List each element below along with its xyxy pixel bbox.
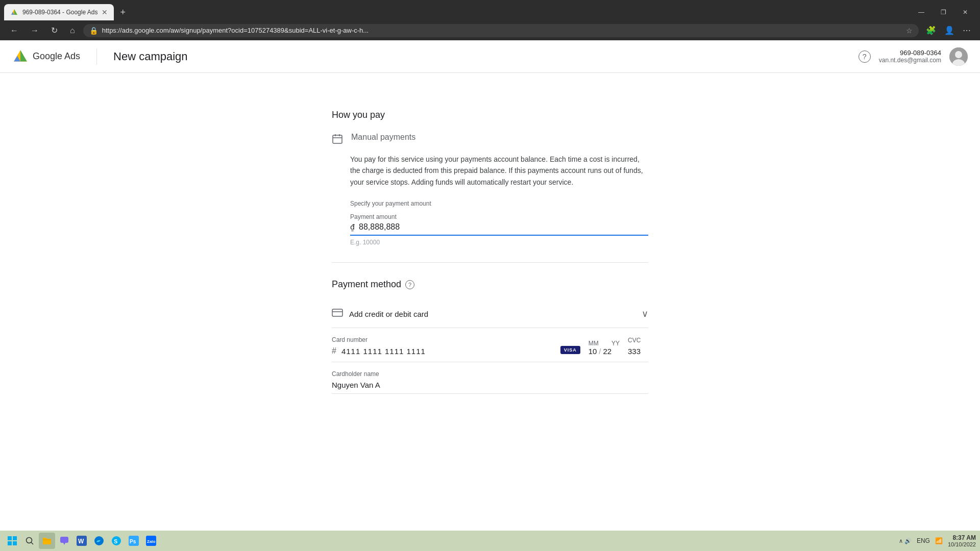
tab-title: 969-089-0364 - Google Ads	[22, 9, 97, 16]
chevron-down-icon: ∨	[642, 308, 648, 319]
home-button[interactable]: ⌂	[66, 24, 79, 37]
svg-marker-4	[20, 50, 27, 61]
svg-rect-9	[333, 135, 342, 143]
taskbar-date: 10/10/2022	[948, 541, 976, 547]
payment-method-title: Payment method	[332, 279, 401, 290]
app-header: Google Ads New campaign ? 969-089-0364 v…	[0, 40, 980, 73]
close-button[interactable]: ✕	[954, 6, 976, 19]
amount-input-row[interactable]: ₫ 88,888,888	[350, 222, 648, 236]
help-icon: ?	[859, 51, 871, 63]
taskbar-word[interactable]: W	[74, 533, 90, 549]
cvc-value: 333	[628, 347, 648, 356]
svg-text:S: S	[114, 538, 117, 544]
cardholder-section: Cardholder name Nguyen Van A	[332, 370, 648, 394]
credit-card-icon	[332, 307, 343, 320]
avatar[interactable]	[949, 47, 968, 66]
extensions-button[interactable]: 🧩	[923, 23, 939, 37]
refresh-button[interactable]: ↻	[47, 23, 62, 37]
how-you-pay-section: How you pay Manual payments You pay for …	[332, 110, 648, 246]
active-tab[interactable]: 969-089-0364 - Google Ads ✕	[4, 4, 114, 20]
svg-point-19	[27, 538, 32, 543]
language-indicator: ENG	[917, 537, 930, 544]
logo-text: Google Ads	[33, 51, 80, 62]
back-button[interactable]: ←	[6, 24, 22, 37]
card-fields-row: Card number # 4111 1111 1111 1111 VISA M…	[332, 336, 648, 362]
minimize-button[interactable]: —	[910, 6, 933, 19]
svg-text:W: W	[78, 538, 84, 545]
address-bar[interactable]: 🔒 ☆	[83, 24, 919, 37]
how-you-pay-title: How you pay	[332, 110, 648, 120]
cardholder-label: Cardholder name	[332, 370, 648, 378]
lock-icon: 🔒	[89, 27, 98, 35]
card-number-row: # 4111 1111 1111 1111	[332, 346, 552, 356]
svg-rect-23	[60, 537, 68, 543]
svg-rect-16	[13, 536, 17, 540]
expiry-section: MM YY 10 / 22	[589, 340, 620, 356]
taskbar-clock: 8:37 AM 10/10/2022	[948, 534, 976, 547]
tab-bar: 969-089-0364 - Google Ads ✕ + — ❐ ✕	[0, 0, 980, 20]
amount-value: 88,888,888	[359, 222, 400, 232]
card-number-value: 4111 1111 1111 1111	[341, 347, 426, 356]
taskbar-start-button[interactable]	[4, 533, 20, 549]
tab-close-button[interactable]: ✕	[102, 8, 108, 16]
taskbar-right: ∧ 🔊 ENG 📶 8:37 AM 10/10/2022	[899, 534, 976, 547]
specify-label: Specify your payment amount	[350, 200, 648, 207]
calendar-icon	[332, 133, 343, 147]
system-tray-icons: ∧ 🔊	[899, 538, 912, 544]
account-info: 969-089-0364 van.nt.des@gmail.com	[879, 49, 941, 64]
url-input[interactable]	[102, 27, 902, 34]
visa-badge-container: VISA	[560, 344, 580, 356]
hash-icon: #	[332, 346, 336, 356]
svg-rect-22	[43, 538, 46, 539]
taskbar-messaging[interactable]	[56, 533, 72, 549]
main-content: How you pay Manual payments You pay for …	[0, 73, 980, 551]
taskbar-file-explorer[interactable]	[39, 533, 55, 549]
cvc-label: CVC	[628, 337, 648, 344]
visa-badge: VISA	[560, 346, 580, 354]
browser-chrome: 969-089-0364 - Google Ads ✕ + — ❐ ✕ ← → …	[0, 0, 980, 40]
window-controls: — ❐ ✕	[910, 6, 976, 19]
yy-label: YY	[611, 340, 620, 347]
toolbar-icons: 🧩 👤 ⋯	[923, 23, 974, 37]
mm-label: MM	[589, 340, 599, 347]
svg-marker-1	[14, 9, 17, 15]
taskbar-skype[interactable]: S	[108, 533, 125, 549]
logo-icon	[12, 48, 29, 65]
payment-method-help-icon[interactable]: ?	[405, 280, 414, 289]
cvc-section: CVC 333	[628, 337, 648, 356]
taskbar-zalo[interactable]: Zalo	[143, 533, 159, 549]
add-card-text: Add credit or debit card	[349, 310, 428, 318]
help-button[interactable]: ?	[859, 50, 871, 63]
menu-button[interactable]: ⋯	[960, 23, 974, 37]
payment-method-section-header: Payment method ?	[332, 279, 648, 290]
google-ads-logo: Google Ads	[12, 48, 80, 65]
taskbar-edge[interactable]	[91, 533, 107, 549]
profile-button[interactable]: 👤	[941, 23, 958, 37]
maximize-button[interactable]: ❐	[933, 6, 954, 19]
add-card-row[interactable]: Add credit or debit card ∨	[332, 300, 648, 328]
header-divider	[96, 48, 97, 65]
mm-value: 10	[589, 347, 597, 356]
star-icon[interactable]: ☆	[906, 27, 913, 35]
cardholder-value: Nguyen Van A	[332, 381, 648, 394]
card-form: Card number # 4111 1111 1111 1111 VISA M…	[332, 328, 648, 402]
card-number-section: Card number # 4111 1111 1111 1111	[332, 336, 552, 356]
forward-button[interactable]: →	[27, 24, 43, 37]
svg-text:Zalo: Zalo	[147, 539, 156, 544]
section-divider	[332, 262, 648, 263]
svg-rect-13	[332, 309, 342, 316]
manual-payments-label: Manual payments	[351, 133, 415, 142]
svg-line-20	[31, 542, 33, 544]
address-bar-row: ← → ↻ ⌂ 🔒 ☆ 🧩 👤 ⋯	[0, 20, 980, 40]
taskbar: W S Ps Zalo ∧ 🔊 ENG 📶 8:37 AM 10/10/	[0, 531, 980, 551]
svg-marker-24	[63, 543, 65, 545]
new-tab-button[interactable]: +	[116, 5, 130, 20]
payment-method-row: Manual payments	[332, 133, 648, 147]
payment-description: You pay for this service using your paym…	[350, 154, 648, 188]
svg-text:Ps: Ps	[130, 539, 136, 544]
taskbar-ps[interactable]: Ps	[126, 533, 142, 549]
wifi-icon: 📶	[935, 537, 943, 544]
amount-section: Payment amount ₫ 88,888,888 E.g. 10000	[350, 213, 648, 246]
amount-example: E.g. 10000	[350, 239, 648, 246]
taskbar-search-button[interactable]	[21, 533, 38, 549]
